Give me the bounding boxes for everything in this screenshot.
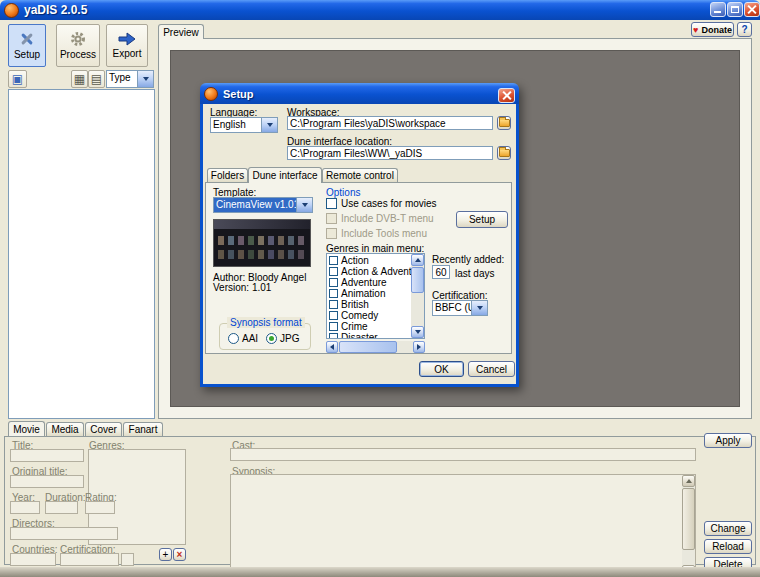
maximize-button[interactable]: [727, 2, 743, 17]
genre-item[interactable]: Action & Adventure: [329, 266, 424, 277]
scrollbar-thumb[interactable]: [411, 267, 424, 293]
export-toolbar-button[interactable]: Export: [106, 24, 148, 67]
minimize-button[interactable]: [710, 2, 726, 17]
checkbox-icon[interactable]: [329, 289, 338, 298]
change-button[interactable]: Change: [704, 521, 752, 536]
setup-dialog: Setup Language: English Workspace: Dune …: [200, 83, 519, 387]
genre-item[interactable]: Animation: [329, 288, 424, 299]
scroll-down-icon[interactable]: [411, 326, 424, 338]
checkbox-use-cases[interactable]: Use cases for movies: [326, 198, 437, 209]
certification-secondary-field[interactable]: [121, 553, 134, 566]
certification-field[interactable]: [60, 553, 119, 566]
template-dropdown[interactable]: CinemaView v1.01: [213, 197, 313, 213]
tab-label: Folders: [211, 170, 244, 181]
genre-item[interactable]: Comedy: [329, 310, 424, 321]
recently-added-field[interactable]: [432, 265, 450, 279]
help-button[interactable]: ?: [737, 22, 752, 37]
checkbox-icon[interactable]: [329, 300, 338, 309]
cancel-button[interactable]: Cancel: [468, 361, 515, 377]
process-toolbar-button[interactable]: Process: [56, 24, 100, 67]
cast-field[interactable]: [230, 448, 696, 461]
chevron-down-icon[interactable]: [296, 198, 312, 212]
rating-field[interactable]: [85, 501, 115, 514]
synopsis-field[interactable]: [230, 474, 696, 577]
view-grid-button[interactable]: ▦: [71, 70, 88, 88]
chevron-down-icon[interactable]: [261, 118, 277, 132]
scroll-left-icon[interactable]: [326, 341, 338, 353]
genre-item[interactable]: British: [329, 299, 424, 310]
title-field[interactable]: [10, 449, 84, 462]
dune-browse-button[interactable]: [497, 146, 511, 160]
synopsis-scrollbar[interactable]: [682, 475, 695, 577]
tab-preview[interactable]: Preview: [158, 24, 204, 39]
year-field[interactable]: [10, 501, 40, 514]
scroll-up-icon[interactable]: [682, 475, 695, 487]
apply-button[interactable]: Apply: [704, 433, 752, 448]
type-dropdown[interactable]: Type: [106, 70, 154, 88]
genre-remove-button[interactable]: ×: [173, 548, 186, 561]
ok-button[interactable]: OK: [419, 361, 464, 377]
dialog-close-button[interactable]: [498, 88, 515, 103]
workspace-field[interactable]: [287, 116, 493, 130]
genre-item[interactable]: Crime: [329, 321, 424, 332]
duration-field[interactable]: [45, 501, 78, 514]
genre-item[interactable]: Disaster: [329, 332, 424, 339]
checkbox-tools[interactable]: Include Tools menu: [326, 228, 427, 239]
radio-aai[interactable]: AAI: [228, 333, 258, 344]
reload-button[interactable]: Reload: [704, 539, 752, 554]
scrollbar-thumb[interactable]: [339, 341, 397, 353]
scroll-right-icon[interactable]: [413, 341, 425, 353]
chevron-down-icon[interactable]: [471, 301, 487, 315]
checkbox-dvbt[interactable]: Include DVB-T menu: [326, 213, 434, 224]
radio-icon[interactable]: [266, 333, 277, 344]
sidebar-panel-button[interactable]: ▣: [8, 70, 27, 88]
setup-toolbar-button[interactable]: Setup: [8, 24, 46, 67]
tab-fanart[interactable]: Fanart: [123, 422, 163, 436]
checkbox-icon[interactable]: [329, 333, 338, 339]
workspace-browse-button[interactable]: [497, 116, 511, 130]
countries-field[interactable]: [10, 553, 56, 566]
app-icon: [4, 3, 19, 18]
genres-vscrollbar[interactable]: [411, 254, 424, 338]
genre-item[interactable]: Action: [329, 255, 424, 266]
genre-add-button[interactable]: +: [159, 548, 172, 561]
button-label: OK: [434, 364, 448, 375]
scrollbar-thumb[interactable]: [682, 488, 695, 550]
maximize-icon: [731, 6, 739, 13]
tab-movie[interactable]: Movie: [8, 421, 45, 436]
movie-list[interactable]: [8, 89, 155, 419]
checkbox-icon[interactable]: [329, 311, 338, 320]
button-label: Change: [710, 523, 745, 534]
tab-cover[interactable]: Cover: [85, 422, 122, 436]
close-button[interactable]: [744, 2, 760, 17]
template-setup-button[interactable]: Setup: [456, 211, 508, 228]
checkbox-icon[interactable]: [329, 256, 338, 265]
dune-location-field[interactable]: [287, 146, 493, 160]
genre-item[interactable]: Adventure: [329, 277, 424, 288]
tab-remote-control[interactable]: Remote control: [322, 168, 398, 182]
radio-icon[interactable]: [228, 333, 239, 344]
certification-value: BBFC (UK): [433, 301, 471, 315]
tab-media[interactable]: Media: [46, 422, 84, 436]
tab-label: Preview: [163, 27, 199, 38]
original-title-field[interactable]: [10, 475, 84, 488]
view-list-button[interactable]: ▤: [88, 70, 105, 88]
tab-folders[interactable]: Folders: [207, 168, 248, 182]
genres-hscrollbar[interactable]: [326, 341, 425, 353]
radio-jpg[interactable]: JPG: [266, 333, 299, 344]
scroll-up-icon[interactable]: [411, 254, 424, 266]
tab-dune-interface[interactable]: Dune interface: [248, 167, 322, 183]
bottom-section: Movie Media Cover Fanart Title: Genres: …: [0, 420, 760, 577]
chevron-down-icon[interactable]: [137, 71, 153, 87]
checkbox-icon[interactable]: [329, 322, 338, 331]
folder-icon: [499, 149, 510, 157]
certification-dropdown[interactable]: BBFC (UK): [432, 300, 488, 316]
checkbox-icon[interactable]: [329, 278, 338, 287]
directors-field[interactable]: [10, 527, 118, 540]
checkbox-icon[interactable]: [329, 267, 338, 276]
genres-checklist[interactable]: Action Action & Adventure Adventure Anim…: [326, 253, 425, 339]
checkbox-icon[interactable]: [326, 198, 337, 209]
genre-label: Crime: [341, 321, 368, 332]
language-dropdown[interactable]: English: [210, 117, 278, 133]
donate-button[interactable]: ♥ Donate: [691, 22, 734, 37]
